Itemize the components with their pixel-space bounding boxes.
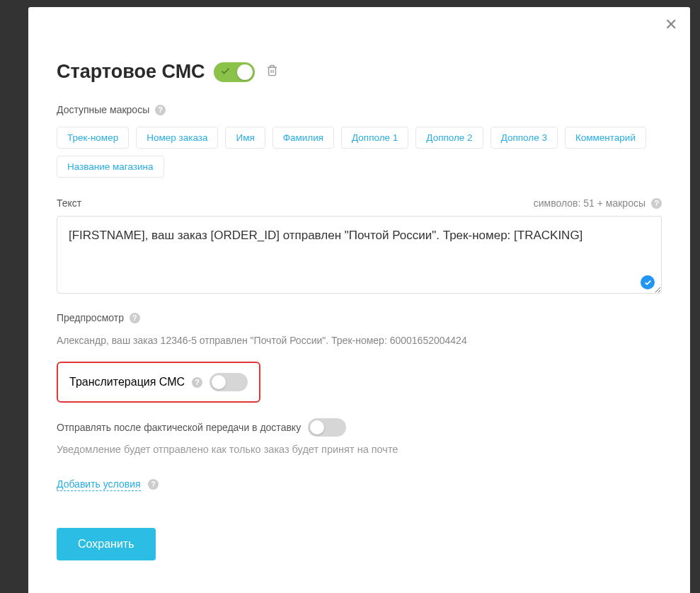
textarea-wrap [57,216,662,296]
modal-header: Стартовое СМС [57,61,662,83]
macro-chip[interactable]: Допполе 1 [341,127,408,149]
preview-section: Предпросмотр ? Александр, ваш заказ 1234… [57,312,662,346]
macro-list: Трек-номер Номер заказа Имя Фамилия Допп… [57,127,662,178]
text-label: Текст [57,197,81,209]
macro-chip[interactable]: Название магазина [57,156,164,178]
help-icon[interactable]: ? [651,198,662,209]
macros-label-row: Доступные макросы ? [57,104,662,115]
text-header: Текст символов: 51 + макросы ? [57,197,662,209]
macro-chip[interactable]: Комментарий [565,127,646,149]
send-after-toggle[interactable] [308,418,346,437]
macros-label: Доступные макросы [57,104,149,115]
macro-chip[interactable]: Допполе 2 [415,127,483,149]
char-count: символов: 51 + макросы [534,197,646,209]
trash-icon[interactable] [266,64,278,81]
modal-title: Стартовое СМС [57,61,205,83]
send-after-row: Отправлять после фактической передачи в … [57,418,662,437]
macro-chip[interactable]: Трек-номер [57,127,129,149]
send-after-hint: Уведомление будет отправлено как только … [57,444,662,455]
help-icon[interactable]: ? [148,479,159,490]
add-conditions-link[interactable]: Добавить условия [57,478,141,491]
preview-label-row: Предпросмотр ? [57,312,662,323]
preview-text: Александр, ваш заказ 12346-5 отправлен "… [57,335,662,346]
close-button[interactable]: ✕ [665,17,677,33]
macro-chip[interactable]: Допполе 3 [490,127,558,149]
char-count-row: символов: 51 + макросы ? [534,197,662,209]
transliteration-row: Транслитерация СМС ? [57,362,260,403]
send-after-label: Отправлять после фактической передачи в … [57,422,301,433]
sms-settings-modal: ✕ Стартовое СМС Доступные макросы ? Трек… [28,7,690,593]
add-conditions-label: Добавить условия [57,478,141,490]
help-icon[interactable]: ? [155,105,166,115]
toggle-knob [212,375,226,389]
transliteration-label: Транслитерация СМС [69,376,185,388]
save-button[interactable]: Сохранить [57,528,156,560]
macro-chip[interactable]: Фамилия [272,127,334,149]
check-icon [220,66,231,79]
transliteration-toggle[interactable] [210,373,248,391]
help-icon[interactable]: ? [192,377,202,388]
sms-text-input[interactable] [57,216,662,294]
macro-chip[interactable]: Имя [225,127,265,149]
help-icon[interactable]: ? [130,313,140,323]
toggle-knob [310,420,324,434]
valid-check-icon [641,275,655,289]
preview-label: Предпросмотр [57,312,124,323]
sms-enabled-toggle[interactable] [214,62,255,82]
macro-chip[interactable]: Номер заказа [136,127,218,149]
toggle-knob [237,64,253,80]
